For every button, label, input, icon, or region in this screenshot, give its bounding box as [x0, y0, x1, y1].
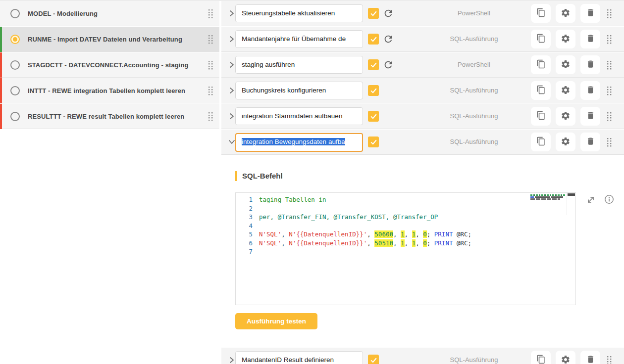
task-name-input[interactable]: Buchungskreis konfigurieren [235, 82, 363, 99]
minimap[interactable] [530, 194, 566, 201]
enabled-checkbox[interactable] [368, 8, 379, 19]
playbook-item[interactable]: RUNME - Import DATEV Dateien und Verarbe… [0, 27, 219, 52]
copy-icon [536, 355, 546, 364]
enabled-checkbox[interactable] [368, 34, 379, 45]
task-row: Steuerungstabelle aktualisierenPowerShel… [221, 1, 624, 26]
settings-button[interactable] [556, 55, 575, 74]
code-line: 7 [236, 247, 575, 256]
info-button[interactable] [604, 194, 615, 206]
enabled-checkbox[interactable] [368, 136, 379, 147]
drag-handle-icon[interactable] [208, 9, 213, 18]
repeat-icon[interactable] [383, 59, 394, 70]
drag-handle-icon[interactable] [607, 356, 612, 364]
repeat-icon[interactable] [383, 8, 394, 19]
duplicate-button[interactable] [531, 55, 551, 74]
gear-icon [561, 111, 571, 122]
gear-icon [561, 8, 571, 19]
delete-button[interactable] [580, 107, 600, 126]
settings-button[interactable] [556, 133, 575, 151]
drag-handle-icon[interactable] [607, 137, 612, 147]
task-name-input[interactable]: staging ausführen [235, 56, 363, 74]
playbook-item[interactable]: STAGDCTT - DATEVCONNECT.Accounting - sta… [0, 52, 219, 78]
enabled-checkbox[interactable] [368, 85, 379, 96]
radio-button[interactable] [10, 112, 20, 121]
repeat-icon[interactable] [383, 34, 394, 45]
duplicate-button[interactable] [531, 4, 551, 23]
code-line: 6N'SQL', N'{{DatenquellenID}}', 50510, 1… [236, 239, 575, 248]
code-text: taging Tabellen in [253, 195, 575, 204]
line-number: 4 [236, 222, 253, 230]
line-number: 7 [236, 247, 253, 256]
duplicate-button[interactable] [531, 351, 551, 364]
enabled-checkbox[interactable] [368, 111, 379, 122]
code-line: 4 [236, 222, 575, 230]
delete-button[interactable] [580, 351, 600, 364]
sql-code-editor[interactable]: 1taging Tabellen in23per, @Transfer_FIN,… [235, 192, 576, 305]
delete-button[interactable] [580, 133, 600, 151]
line-number: 6 [236, 239, 253, 248]
chevron-right-icon[interactable] [228, 9, 236, 17]
expand-icon [586, 195, 596, 206]
settings-button[interactable] [556, 4, 575, 23]
settings-button[interactable] [556, 107, 575, 126]
task-row: integration Bewegungsdaten aufbaSQL-Ausf… [221, 130, 624, 155]
copy-icon [536, 59, 546, 70]
radio-button[interactable] [10, 60, 20, 70]
duplicate-button[interactable] [531, 107, 551, 126]
task-type-label: SQL-Ausführung [419, 27, 528, 51]
delete-button[interactable] [580, 55, 600, 74]
chevron-right-icon[interactable] [228, 87, 236, 94]
line-number: 2 [236, 204, 253, 213]
task-name-input[interactable]: integration Stammdaten aufbauen [235, 107, 363, 125]
status-accent-bar [0, 52, 2, 78]
drag-handle-icon[interactable] [607, 9, 612, 18]
settings-button[interactable] [556, 351, 575, 364]
drag-handle-icon[interactable] [607, 112, 612, 121]
settings-button[interactable] [556, 30, 575, 48]
playbook-item-label: STAGDCTT - DATEVCONNECT.Accounting - sta… [28, 61, 206, 69]
drag-handle-icon[interactable] [607, 86, 612, 95]
drag-handle-icon[interactable] [208, 112, 213, 121]
radio-button[interactable] [10, 35, 20, 44]
duplicate-button[interactable] [531, 81, 551, 100]
test-execution-button[interactable]: Ausführung testen [235, 313, 317, 329]
radio-button[interactable] [10, 9, 20, 18]
trash-icon [586, 59, 595, 70]
enabled-checkbox[interactable] [368, 355, 379, 364]
drag-handle-icon[interactable] [208, 86, 213, 95]
chevron-down-icon[interactable] [228, 138, 236, 146]
chevron-right-icon[interactable] [228, 356, 236, 364]
duplicate-button[interactable] [531, 133, 551, 151]
drag-handle-icon[interactable] [208, 60, 213, 70]
drag-handle-icon[interactable] [607, 35, 612, 44]
line-number: 1 [236, 195, 253, 204]
chevron-right-icon[interactable] [228, 35, 236, 43]
minimap-slider[interactable] [568, 193, 575, 196]
playbook-item[interactable]: RESULTTT - REWE result Tabellen komplett… [0, 104, 219, 129]
chevron-right-icon[interactable] [228, 61, 236, 69]
task-name-input[interactable]: integration Bewegungsdaten aufba [235, 133, 363, 152]
task-name-input[interactable]: Steuerungstabelle aktualisieren [235, 4, 363, 22]
task-row: Mandantenjahre für Übernahme deSQL-Ausfü… [221, 27, 624, 52]
duplicate-button[interactable] [531, 30, 551, 48]
settings-button[interactable] [556, 81, 575, 100]
trash-icon [586, 355, 595, 364]
expand-editor-button[interactable] [586, 195, 596, 206]
trash-icon [586, 136, 595, 147]
enabled-checkbox[interactable] [368, 59, 379, 70]
delete-button[interactable] [580, 4, 600, 23]
status-accent-bar [0, 104, 2, 129]
minimap-divider [567, 193, 567, 215]
drag-handle-icon[interactable] [208, 35, 213, 44]
delete-button[interactable] [580, 30, 600, 48]
task-name-input[interactable]: Mandantenjahre für Übernahme de [235, 30, 363, 48]
playbook-item[interactable]: INTTT - REWE integration Tabellen komple… [0, 78, 219, 103]
playbook-item[interactable]: MODEL - Modellierung [0, 1, 219, 26]
playbook-list: MODEL - ModellierungRUNME - Import DATEV… [0, 1, 219, 130]
task-name-input[interactable]: MandantenID Result definieren [235, 351, 363, 364]
drag-handle-icon[interactable] [607, 60, 612, 70]
chevron-right-icon[interactable] [228, 112, 236, 120]
delete-button[interactable] [580, 81, 600, 100]
code-line: 1taging Tabellen in [236, 195, 575, 204]
radio-button[interactable] [10, 86, 20, 95]
